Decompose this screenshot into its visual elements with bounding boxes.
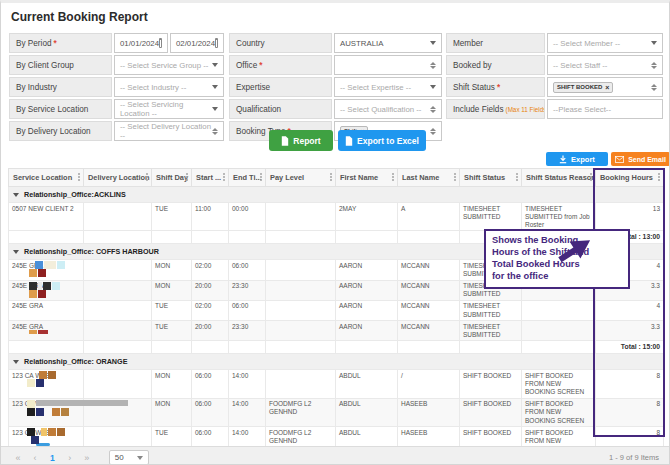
dropdown-arrow-icon[interactable] — [430, 85, 436, 89]
cell: MON — [152, 280, 192, 300]
booked-by-multiselect[interactable]: -- Select Staff -- — [547, 55, 663, 75]
industry-select[interactable]: -- Select Industry -- — [114, 77, 224, 97]
table-row[interactable]: 123 CA WESTMON06:0014:00FOODMFG L2 GENHN… — [9, 398, 664, 426]
collapse-group-icon[interactable] — [13, 360, 19, 364]
cell: 245E GRA — [9, 321, 84, 341]
filter-label-qualification: Qualification — [229, 99, 332, 119]
spinner-icon[interactable] — [212, 128, 218, 135]
calendar-icon[interactable] — [159, 38, 162, 48]
column-header-delivery-location[interactable]: Delivery Location — [84, 169, 152, 187]
first-page-button[interactable] — [13, 453, 23, 463]
cell: MON — [152, 398, 192, 426]
cell: 20:00 — [192, 280, 229, 300]
service-location-select[interactable]: -- Select Servicing Location -- — [114, 99, 224, 119]
shift-status-multiselect[interactable]: SHIFT BOOKED — [547, 77, 663, 97]
table-row[interactable]: 0507 NEW CLIENT 2TUE11:0000:002MAYATIMES… — [9, 203, 664, 231]
cell — [9, 341, 84, 354]
report-button[interactable]: Report — [269, 130, 333, 151]
collapse-group-icon[interactable] — [13, 193, 19, 197]
column-header-shift-day[interactable]: Shift Day — [152, 169, 192, 187]
last-page-button[interactable] — [82, 453, 92, 463]
column-menu-icon[interactable] — [78, 173, 80, 175]
column-menu-icon[interactable] — [658, 173, 660, 175]
cell — [9, 231, 84, 244]
column-menu-icon[interactable] — [454, 173, 456, 175]
column-header-end-ti-[interactable]: End Ti... — [229, 169, 266, 187]
cell — [398, 231, 460, 244]
column-menu-icon[interactable] — [186, 173, 188, 175]
dropdown-arrow-icon[interactable] — [212, 85, 218, 89]
spinner-icon[interactable] — [430, 128, 436, 135]
cell: / — [398, 370, 460, 398]
cell: AARON — [336, 280, 398, 300]
column-menu-icon[interactable] — [392, 173, 394, 175]
include-fields-input[interactable]: --Please Select-- — [547, 99, 663, 119]
column-header-booking-hours[interactable]: Booking Hours — [596, 169, 664, 187]
dropdown-arrow-icon[interactable] — [212, 107, 218, 111]
column-header-shift-status-reason[interactable]: Shift Status Reason — [522, 169, 596, 187]
column-menu-icon[interactable] — [223, 173, 225, 175]
cell — [229, 231, 266, 244]
table-row[interactable]: 123 CA WESTMON06:0014:00ABDUL/SHIFT BOOK… — [9, 370, 664, 398]
column-menu-icon[interactable] — [330, 173, 332, 175]
column-menu-icon[interactable] — [260, 173, 262, 175]
expertise-select[interactable]: -- Select Expertise -- — [334, 77, 442, 97]
cell: FOODMFG L2 GENHND — [266, 398, 336, 426]
cell: 13 — [596, 203, 664, 231]
filter-row-office: Office — [229, 55, 442, 75]
dropdown-arrow-icon — [137, 456, 143, 460]
table-row[interactable]: 245E GRATUE20:0023:30AARONMCCANNTIMESHEE… — [9, 321, 664, 341]
spinner-icon[interactable] — [651, 84, 657, 91]
cell: TIMESHEET SUBMITTED from Job Roster — [522, 203, 596, 231]
collapse-group-icon[interactable] — [13, 250, 19, 254]
shift-status-tag[interactable]: SHIFT BOOKED — [553, 82, 613, 93]
qualification-multiselect[interactable]: -- Select Qualification -- — [334, 99, 442, 119]
office-multiselect[interactable] — [334, 55, 442, 75]
filter-label-by-period: By Period — [9, 33, 112, 53]
send-email-button[interactable]: Send Email — [611, 152, 670, 166]
column-menu-icon[interactable] — [146, 173, 148, 175]
delivery-location-multiselect[interactable]: -- Select Delivery Location -- — [114, 121, 224, 141]
download-icon — [559, 155, 567, 164]
previous-page-button[interactable] — [30, 453, 40, 463]
filter-row-booked-by: Booked by -- Select Staff -- — [446, 55, 663, 75]
column-header-service-location[interactable]: Service Location — [9, 169, 84, 187]
filter-label-member: Member — [446, 33, 545, 53]
page-size-select[interactable]: 50 — [109, 450, 149, 465]
spinner-icon[interactable] — [430, 62, 436, 69]
column-header-start-[interactable]: Start ... — [192, 169, 229, 187]
cell — [84, 203, 152, 231]
total-booking-hours: Total : 15:00 — [596, 341, 664, 354]
spinner-icon[interactable] — [430, 106, 436, 113]
column-header-last-name[interactable]: Last Name — [398, 169, 460, 187]
filter-row-industry: By Industry -- Select Industry -- — [9, 77, 224, 97]
client-group-select[interactable]: -- Select Service Group -- — [114, 55, 224, 75]
group-total-row: Total : 15:00 — [9, 341, 664, 354]
column-header-first-name[interactable]: First Name — [336, 169, 398, 187]
filter-label-expertise: Expertise — [229, 77, 332, 97]
column-menu-icon[interactable] — [590, 173, 592, 175]
cell: ABDUL — [336, 398, 398, 426]
export-button[interactable]: Export — [546, 152, 608, 166]
calendar-icon[interactable] — [215, 38, 218, 48]
table-row[interactable]: 245E GRATUE02:0006:00AARONMCCANNTIMESHEE… — [9, 300, 664, 320]
cell — [266, 280, 336, 300]
dropdown-arrow-icon[interactable] — [651, 41, 657, 45]
dropdown-arrow-icon[interactable] — [212, 63, 218, 67]
cell — [266, 231, 336, 244]
export-to-excel-button[interactable]: Export to Excel — [338, 130, 426, 151]
dropdown-arrow-icon[interactable] — [430, 41, 436, 45]
member-select[interactable]: -- Select Member -- — [547, 33, 663, 53]
column-header-shift-status[interactable]: Shift Status — [460, 169, 522, 187]
page-number[interactable]: 1 — [47, 453, 58, 463]
spinner-icon[interactable] — [651, 62, 657, 69]
date-to-input[interactable]: 02/01/2024 — [170, 33, 224, 53]
next-page-button[interactable] — [65, 453, 75, 463]
remove-tag-icon[interactable] — [605, 84, 609, 91]
column-header-pay-level[interactable]: Pay Level — [266, 169, 336, 187]
date-from-input[interactable]: 01/01/2024 — [114, 33, 168, 53]
country-select[interactable]: AUSTRALIA — [334, 33, 442, 53]
column-menu-icon[interactable] — [516, 173, 518, 175]
pagination-info: 1 - 9 of 9 Items — [609, 453, 659, 462]
cell: 14:00 — [229, 398, 266, 426]
